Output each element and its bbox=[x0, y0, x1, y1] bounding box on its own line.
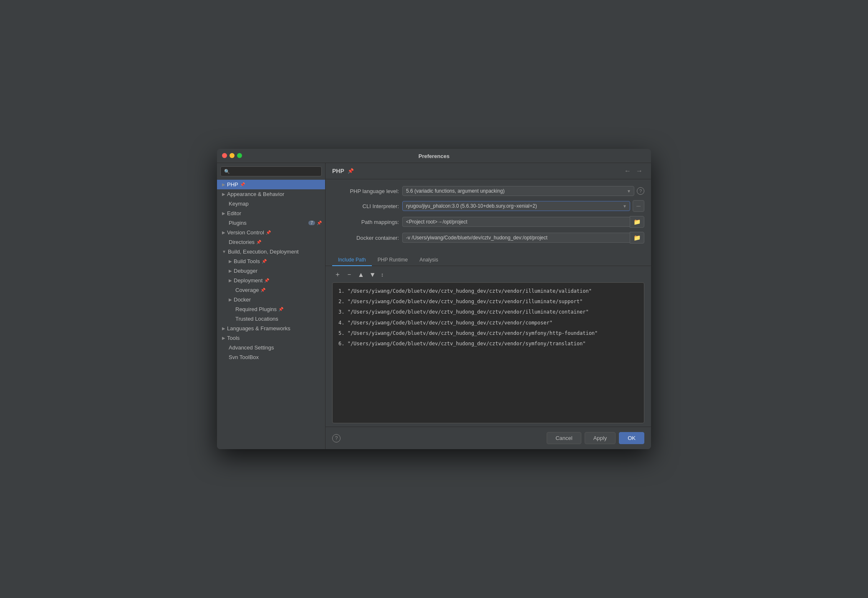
docker-container-input-group: 📁 bbox=[402, 232, 644, 244]
sidebar-item-label: Advanced Settings bbox=[229, 344, 274, 351]
search-icon: 🔍 bbox=[224, 169, 230, 174]
sidebar-item-label: PHP bbox=[227, 181, 238, 188]
sidebar-item-editor[interactable]: ▶ Editor bbox=[217, 209, 325, 218]
sidebar-item-debugger[interactable]: ▶ Debugger bbox=[217, 266, 325, 276]
remove-path-button[interactable]: － bbox=[344, 269, 355, 280]
chevron-icon: ▶ bbox=[222, 230, 225, 235]
pin-icon: 📌 bbox=[266, 230, 271, 235]
sidebar-item-languages-frameworks[interactable]: ▶ Languages & Frameworks bbox=[217, 324, 325, 333]
dialog-body: 🔍 ▶ PHP 📌 ▶ Appearance & Behavior Keymap bbox=[217, 163, 651, 449]
list-area: ＋ － ▲ ▼ ↕ 1. "/Users/yiwang/Code/bluetv/… bbox=[326, 266, 651, 427]
chevron-icon: ▶ bbox=[222, 211, 225, 216]
sidebar-item-label: Build Tools bbox=[234, 258, 260, 264]
back-button[interactable]: ← bbox=[623, 167, 633, 175]
pin-icon: 📌 bbox=[256, 240, 261, 244]
sidebar-item-label: Languages & Frameworks bbox=[227, 325, 290, 332]
list-item[interactable]: 3. "/Users/yiwang/Code/bluetv/dev/cztv_h… bbox=[336, 307, 641, 317]
sidebar-item-keymap[interactable]: Keymap bbox=[217, 199, 325, 209]
chevron-down-icon: ▼ bbox=[222, 249, 226, 254]
sidebar-item-directories[interactable]: Directories 📌 bbox=[217, 237, 325, 247]
form-area: PHP language level: 5.6 (variadic functi… bbox=[326, 179, 651, 254]
sidebar: 🔍 ▶ PHP 📌 ▶ Appearance & Behavior Keymap bbox=[217, 163, 326, 449]
path-mappings-row: Path mappings: 📁 bbox=[332, 216, 644, 228]
list-item[interactable]: 2. "/Users/yiwang/Code/bluetv/dev/cztv_h… bbox=[336, 296, 641, 307]
sidebar-item-label: Debugger bbox=[234, 268, 257, 274]
docker-container-input[interactable] bbox=[402, 233, 630, 243]
add-path-button[interactable]: ＋ bbox=[332, 269, 343, 280]
tab-include-path[interactable]: Include Path bbox=[332, 254, 372, 266]
include-path-list: 1. "/Users/yiwang/Code/bluetv/dev/cztv_h… bbox=[332, 282, 644, 423]
list-item[interactable]: 1. "/Users/yiwang/Code/bluetv/dev/cztv_h… bbox=[336, 286, 641, 296]
sidebar-item-label: Required Plugins bbox=[235, 306, 277, 312]
main-panel: PHP 📌 ← → PHP language level: 5.6 (varia… bbox=[326, 163, 651, 449]
chevron-icon: ▶ bbox=[222, 336, 225, 340]
sidebar-item-advanced-settings[interactable]: Advanced Settings bbox=[217, 343, 325, 352]
cli-interpreter-select[interactable]: ryugou/jiyu_phalcon:3.0 (5.6.30-10+deb.s… bbox=[402, 201, 630, 211]
list-item[interactable]: 6. "/Users/yiwang/Code/bluetv/dev/cztv_h… bbox=[336, 339, 641, 349]
chevron-icon: ▶ bbox=[222, 326, 225, 331]
path-mappings-input-group: 📁 bbox=[402, 216, 644, 228]
sidebar-item-deployment[interactable]: ▶ Deployment 📌 bbox=[217, 276, 325, 285]
nav-arrows: ← → bbox=[623, 167, 644, 175]
pin-icon: 📌 bbox=[262, 259, 267, 264]
chevron-icon: ▶ bbox=[229, 278, 232, 283]
php-level-select[interactable]: 5.6 (variadic functions, argument unpack… bbox=[402, 186, 634, 196]
cli-interpreter-row: CLI Interpreter: ryugou/jiyu_phalcon:3.0… bbox=[332, 200, 644, 212]
docker-container-label: Docker container: bbox=[332, 235, 399, 241]
sidebar-item-tools[interactable]: ▶ Tools bbox=[217, 333, 325, 343]
path-mappings-control: 📁 bbox=[402, 216, 644, 228]
pin-icon: 📌 bbox=[260, 288, 265, 292]
sidebar-item-version-control[interactable]: ▶ Version Control 📌 bbox=[217, 228, 325, 237]
tab-php-runtime[interactable]: PHP Runtime bbox=[372, 254, 414, 266]
sidebar-item-plugins[interactable]: Plugins 7 📌 bbox=[217, 218, 325, 228]
list-toolbar: ＋ － ▲ ▼ ↕ bbox=[332, 269, 644, 280]
list-item[interactable]: 4. "/Users/yiwang/Code/bluetv/dev/cztv_h… bbox=[336, 318, 641, 328]
path-mappings-label: Path mappings: bbox=[332, 219, 399, 225]
sidebar-item-build-execution-deployment[interactable]: ▼ Build, Execution, Deployment bbox=[217, 247, 325, 256]
php-level-select-wrapper: 5.6 (variadic functions, argument unpack… bbox=[402, 186, 634, 196]
apply-button[interactable]: Apply bbox=[585, 432, 616, 444]
sidebar-item-label: Coverage bbox=[235, 287, 259, 293]
path-mappings-folder-button[interactable]: 📁 bbox=[630, 216, 644, 228]
sidebar-item-label: Svn ToolBox bbox=[229, 354, 259, 360]
sidebar-item-label: Trusted Locations bbox=[235, 316, 278, 322]
cancel-button[interactable]: Cancel bbox=[547, 432, 581, 444]
sidebar-item-build-tools[interactable]: ▶ Build Tools 📌 bbox=[217, 256, 325, 266]
sidebar-item-label: Keymap bbox=[229, 201, 249, 207]
help-button[interactable]: ? bbox=[332, 434, 341, 442]
search-input[interactable] bbox=[232, 168, 318, 174]
sidebar-item-label: Tools bbox=[227, 335, 240, 341]
sidebar-item-label: Directories bbox=[229, 239, 255, 245]
sidebar-item-svn-toolbox[interactable]: Svn ToolBox bbox=[217, 352, 325, 362]
docker-container-folder-button[interactable]: 📁 bbox=[630, 232, 644, 244]
sidebar-item-php[interactable]: ▶ PHP 📌 bbox=[217, 180, 325, 189]
close-button[interactable] bbox=[222, 153, 227, 158]
ok-button[interactable]: OK bbox=[619, 432, 644, 444]
docker-container-control: 📁 bbox=[402, 232, 644, 244]
move-down-button[interactable]: ▼ bbox=[367, 270, 378, 279]
sidebar-item-appearance-behavior[interactable]: ▶ Appearance & Behavior bbox=[217, 189, 325, 199]
plugins-badge: 7 bbox=[308, 221, 315, 225]
sort-button[interactable]: ↕ bbox=[379, 271, 386, 279]
sidebar-item-trusted-locations[interactable]: Trusted Locations bbox=[217, 314, 325, 324]
forward-button[interactable]: → bbox=[634, 167, 644, 175]
sidebar-item-coverage[interactable]: Coverage 📌 bbox=[217, 285, 325, 295]
help-icon[interactable]: ? bbox=[637, 187, 644, 195]
search-box[interactable]: 🔍 bbox=[220, 166, 322, 176]
sidebar-item-required-plugins[interactable]: Required Plugins 📌 bbox=[217, 304, 325, 314]
chevron-icon: ▶ bbox=[222, 192, 225, 196]
move-up-button[interactable]: ▲ bbox=[356, 270, 366, 279]
list-item[interactable]: 5. "/Users/yiwang/Code/bluetv/dev/cztv_h… bbox=[336, 328, 641, 339]
path-mappings-input[interactable] bbox=[402, 217, 630, 227]
sidebar-list: ▶ PHP 📌 ▶ Appearance & Behavior Keymap ▶… bbox=[217, 180, 325, 449]
tab-analysis[interactable]: Analysis bbox=[414, 254, 444, 266]
cli-interpreter-more-button[interactable]: ··· bbox=[633, 200, 644, 212]
preferences-dialog: Preferences 🔍 ▶ PHP 📌 ▶ Appearance & Beh… bbox=[217, 149, 651, 449]
sidebar-item-label: Plugins bbox=[229, 220, 247, 226]
page-title: PHP bbox=[332, 168, 344, 174]
sidebar-item-label: Build, Execution, Deployment bbox=[228, 249, 299, 255]
pin-icon: 📌 bbox=[317, 221, 322, 225]
maximize-button[interactable] bbox=[237, 153, 242, 158]
sidebar-item-docker[interactable]: ▶ Docker bbox=[217, 295, 325, 304]
minimize-button[interactable] bbox=[230, 153, 235, 158]
